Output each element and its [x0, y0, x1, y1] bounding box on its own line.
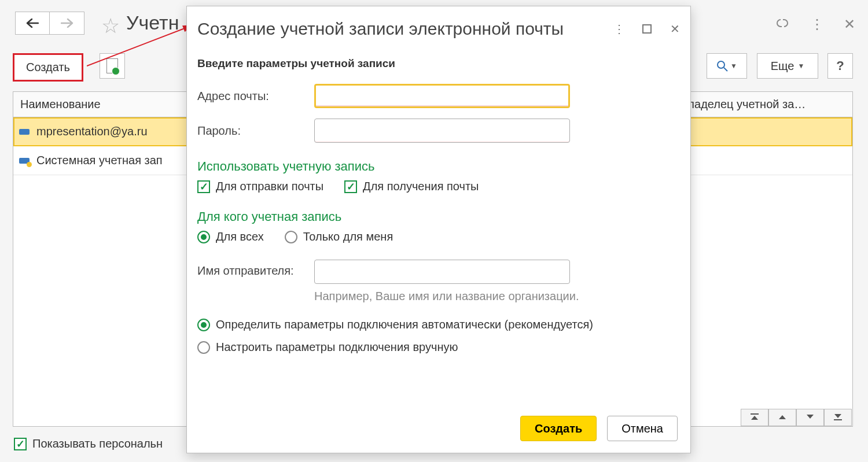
radio-unselected-icon: [285, 231, 297, 243]
show-personal-label: Показывать персональн: [32, 437, 163, 450]
scroll-up-button[interactable]: [768, 409, 796, 426]
scroll-up-icon: [778, 413, 787, 420]
for-whom-header: Для кого учетная запись: [197, 209, 680, 224]
dialog-cancel-button[interactable]: Отмена: [607, 416, 678, 441]
svg-line-1: [724, 68, 727, 71]
arrow-left-icon: [26, 19, 39, 28]
search-dropdown-button[interactable]: ▼: [707, 53, 747, 79]
create-email-account-dialog: Создание учетной записи электронной почт…: [186, 6, 691, 453]
show-personal-checkbox[interactable]: ✓ Показывать персональн: [14, 437, 163, 450]
checkbox-receive-mail[interactable]: ✓ Для получения почты: [344, 180, 479, 193]
radio-conn-manual[interactable]: Настроить параметры подключения вручную: [197, 341, 680, 354]
scroll-top-icon: [750, 413, 759, 421]
page-title: Учетн: [126, 12, 179, 34]
email-label: Адрес почты:: [197, 90, 314, 103]
window-controls: ⋮ ✕: [774, 15, 855, 33]
close-window-icon[interactable]: ✕: [844, 16, 855, 32]
back-button[interactable]: [15, 12, 50, 35]
scroll-down-button[interactable]: [796, 409, 824, 426]
row-label: mpresentation@ya.ru: [36, 125, 148, 138]
checkbox-receive-label: Для получения почты: [363, 180, 479, 193]
system-mail-account-icon: [19, 158, 30, 164]
scroll-bottom-icon: [833, 413, 843, 421]
sender-name-label: Имя отправителя:: [197, 260, 314, 278]
more-button-label: Еще: [771, 60, 795, 73]
dialog-subtitle: Введите параметры учетной записи: [197, 57, 680, 70]
email-input[interactable]: [314, 84, 570, 108]
radio-for-all-label: Для всех: [216, 230, 264, 243]
radio-for-me-label: Только для меня: [303, 230, 393, 243]
dialog-close-icon[interactable]: ✕: [667, 21, 682, 36]
scroll-down-icon: [806, 413, 815, 420]
sender-name-hint: Например, Ваше имя или название организа…: [314, 290, 570, 303]
checkbox-send-mail[interactable]: ✓ Для отправки почты: [197, 180, 323, 193]
nav-buttons: [15, 12, 84, 35]
checkbox-send-label: Для отправки почты: [216, 180, 323, 193]
scroll-top-button[interactable]: [741, 409, 768, 426]
search-icon: [716, 60, 728, 72]
checkbox-icon: ✓: [14, 438, 27, 450]
arrow-right-icon: [61, 19, 73, 28]
column-header-owner[interactable]: Владелец учетной за…: [673, 92, 852, 117]
svg-point-0: [718, 61, 724, 68]
scroll-bottom-button[interactable]: [824, 409, 852, 426]
help-button[interactable]: ?: [827, 53, 853, 79]
create-from-template-button[interactable]: [100, 53, 125, 79]
chevron-down-icon: ▼: [730, 62, 737, 70]
dialog-header: Создание учетной записи электронной почт…: [187, 6, 690, 39]
radio-conn-auto-label: Определить параметры подключения автомат…: [216, 318, 593, 331]
svg-rect-5: [643, 25, 651, 33]
dialog-title: Создание учетной записи электронной почт…: [197, 19, 612, 39]
dialog-kebab-icon[interactable]: ⋮: [612, 21, 627, 36]
radio-for-me[interactable]: Только для меня: [285, 230, 393, 243]
dialog-create-button[interactable]: Создать: [520, 416, 597, 441]
checkbox-checked-icon: ✓: [344, 180, 357, 193]
list-nav-buttons: [741, 409, 852, 426]
link-icon[interactable]: [774, 15, 790, 33]
radio-unselected-icon: [197, 341, 210, 354]
new-doc-plus-icon: [106, 58, 118, 73]
radio-selected-icon: [197, 231, 210, 243]
mail-account-icon: [19, 129, 30, 135]
sender-name-input[interactable]: [314, 260, 570, 284]
radio-for-all[interactable]: Для всех: [197, 230, 264, 243]
more-button[interactable]: Еще ▼: [757, 53, 818, 79]
kebab-menu-icon[interactable]: ⋮: [810, 16, 824, 32]
chevron-down-icon: ▼: [797, 62, 804, 70]
forward-button[interactable]: [50, 12, 84, 35]
password-input[interactable]: [314, 119, 570, 143]
checkbox-checked-icon: ✓: [197, 180, 210, 193]
favorite-star-icon[interactable]: ☆: [101, 14, 120, 38]
row-label: Системная учетная зап: [36, 154, 163, 167]
create-button[interactable]: Создать: [13, 53, 83, 82]
radio-selected-icon: [197, 319, 210, 331]
password-label: Пароль:: [197, 124, 314, 138]
radio-conn-auto[interactable]: Определить параметры подключения автомат…: [197, 318, 680, 331]
dialog-maximize-icon[interactable]: [639, 21, 654, 36]
use-account-header: Использовать учетную запись: [197, 159, 680, 174]
radio-conn-manual-label: Настроить параметры подключения вручную: [216, 341, 458, 354]
